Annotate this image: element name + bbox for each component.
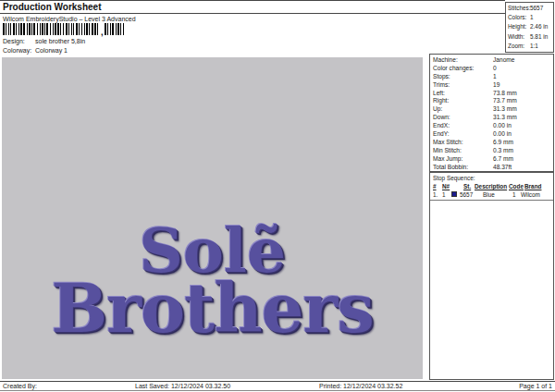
endy-row: EndY:0.00 in <box>430 130 553 139</box>
stat-zoom: Zoom:1:1 <box>506 43 553 52</box>
col-description: Description <box>475 183 507 190</box>
barcode-bars <box>3 23 100 35</box>
trims-row: Trims:19 <box>430 81 553 90</box>
stops-row: Stops:1 <box>430 73 553 81</box>
footer-divider <box>0 381 555 382</box>
footer-bottom-edge <box>0 390 555 391</box>
software-subtitle: Wilcom EmbroideryStudio – Level 3 Advanc… <box>3 16 136 22</box>
footer-page-number: Page 1 of 1 <box>519 383 552 389</box>
stop-sequence-box: Stop Sequence: # N# St. Description Code… <box>429 172 554 380</box>
colorway-row: Colorway:Colorway 1 <box>3 47 68 54</box>
endx-row: EndX:0.00 in <box>430 122 553 130</box>
total-bobbin-row: Total Bobbin:48.37ft <box>430 164 553 172</box>
colorway-value: Colorway 1 <box>35 47 68 54</box>
footer-last-saved: Last Saved: 12/12/2024 03.32.50 <box>135 383 230 389</box>
thread-color-swatch <box>451 191 457 197</box>
page-title: Production Worksheet <box>3 2 102 12</box>
max-jump-row: Max Jump:6.7 mm <box>430 155 553 164</box>
machine-row: Machine:Janome <box>430 56 553 65</box>
colorway-label: Colorway: <box>3 47 35 54</box>
col-code: Code <box>509 183 524 190</box>
col-needle: N# <box>442 183 450 190</box>
stop-sequence-divider <box>430 200 553 201</box>
right-row: Right:73.7 mm <box>430 97 553 105</box>
row-needle: 1 <box>442 191 446 198</box>
col-brand: Brand <box>524 183 541 190</box>
row-num: 1. <box>433 191 438 198</box>
design-label: Design: <box>3 38 35 44</box>
up-row: Up:31.3 mm <box>430 105 553 114</box>
stat-width: Width:5.81 in <box>506 33 553 43</box>
machine-info-box: Machine:Janome Color changes:0 Stops:1 T… <box>429 54 554 172</box>
stat-height: Height:2.46 in <box>506 23 553 32</box>
row-description: Blue <box>483 191 495 198</box>
down-row: Down:31.3 mm <box>430 114 553 122</box>
design-value: sole brother 5,8in <box>35 38 85 44</box>
col-stitches: St. <box>463 183 471 190</box>
footer-printed: Printed: 12/12/2024 03.32.52 <box>319 383 402 389</box>
row-brand: Wilcom <box>521 191 540 198</box>
max-stitch-row: Max Stitch:6.9 mm <box>430 139 553 147</box>
design-stats-box: Stitches:5657 Colors:1 Height:2.46 in Wi… <box>505 2 554 53</box>
row-stitches: 5657 <box>460 191 473 198</box>
color-changes-row: Color changes:0 <box>430 65 553 73</box>
design-preview-canvas: Solẽ Brothers <box>2 57 423 379</box>
stat-stitches: Stitches:5657 <box>506 5 553 14</box>
row-code: 1 <box>512 191 516 198</box>
left-row: Left:73.8 mm <box>430 90 553 98</box>
design-name-row: Design:sole brother 5,8in <box>3 38 85 44</box>
barcode-bars <box>105 23 124 35</box>
stop-sequence-title: Stop Sequence: <box>433 175 475 181</box>
design-barcode: , <box>3 23 142 35</box>
header: Production Worksheet <box>0 0 505 14</box>
embroidery-text-line2: Brothers <box>2 276 423 342</box>
stat-colors: Colors:1 <box>506 14 553 23</box>
col-num: # <box>433 183 437 190</box>
production-worksheet-page: Production Worksheet Wilcom EmbroiderySt… <box>0 0 555 392</box>
footer-created-by: Created By: <box>3 383 37 389</box>
min-stitch-row: Min Stitch:0.3 mm <box>430 147 553 155</box>
